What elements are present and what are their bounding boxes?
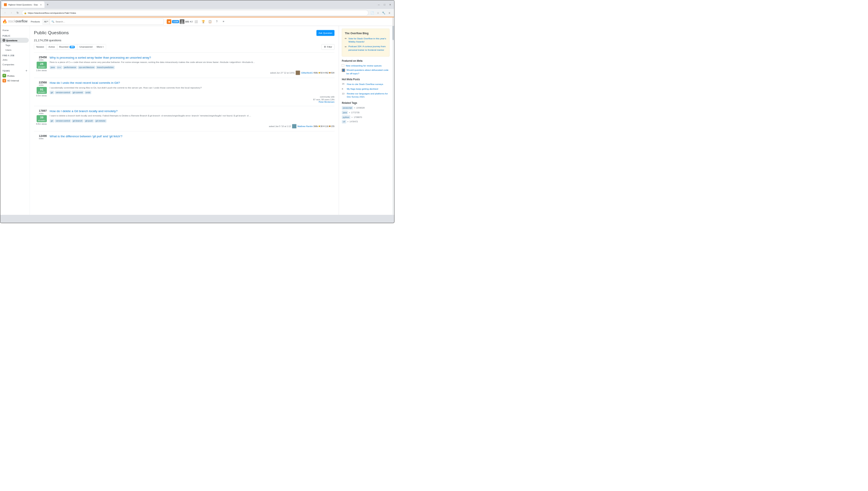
address-bar[interactable]: 🔒 https://stackoverflow.com/questions?ta…: [22, 10, 368, 16]
refresh-button[interactable]: ↻: [15, 10, 20, 15]
tag-git-push[interactable]: git-push: [84, 119, 94, 123]
sidebar-item-users[interactable]: Users: [0, 48, 29, 52]
user-link-1[interactable]: GManNickG: [301, 72, 313, 74]
question-meta-2: community wiki 87 revs, 58 users 13% Pet…: [50, 96, 334, 103]
user-avatar-icon: [180, 19, 184, 24]
user-avatar-3: [292, 124, 296, 128]
browser-tab[interactable]: Highest Voted Questions - Stac ✕: [2, 2, 45, 8]
jobs-label: Jobs: [2, 59, 7, 61]
reviews-button[interactable]: 📋: [207, 18, 213, 24]
tag-git-commit-2[interactable]: git-commit: [72, 91, 84, 94]
sidebar-item-companies[interactable]: Companies: [0, 62, 29, 67]
tag-performance[interactable]: performance: [63, 66, 77, 69]
diamond-button[interactable]: ◆: [167, 19, 171, 24]
hot-meta-link-1[interactable]: How to cite Stack Overflow surveys: [347, 83, 383, 86]
question-title-3[interactable]: How do I delete a Git branch locally and…: [50, 109, 334, 113]
tag-javascript[interactable]: javascript: [342, 106, 353, 110]
products-nav[interactable]: Products: [29, 20, 41, 24]
hot-meta-link-3[interactable]: Review our languages and platforms for D…: [347, 92, 390, 99]
search-filter-select[interactable]: All ▾: [42, 18, 50, 24]
question-tags-1: java c++ performance cpu-architecture br…: [50, 66, 334, 69]
main-menu-button[interactable]: ≡: [221, 18, 226, 24]
new-tab-button[interactable]: +: [45, 2, 50, 7]
forward-button[interactable]: ›: [9, 10, 14, 15]
filter-tab-newest[interactable]: Newest: [34, 44, 46, 50]
question-title-4[interactable]: What is the difference between 'git pull…: [50, 134, 334, 138]
tag-git-3[interactable]: git: [50, 119, 54, 123]
question-title-1[interactable]: Why is processing a sorted array faster …: [50, 55, 334, 59]
reader-mode-button[interactable]: 📄: [370, 10, 375, 15]
chevron-down-icon: ▾: [47, 20, 48, 22]
pencil-icon-1: ✏: [345, 37, 347, 43]
tag-branch-prediction[interactable]: branch-prediction: [96, 66, 115, 69]
address-text: https://stackoverflow.com/questions?tab=…: [28, 11, 366, 14]
so-logo[interactable]: 🔥 stackoverflow: [2, 19, 28, 24]
close-tab-button[interactable]: ✕: [39, 3, 42, 6]
user-link-3[interactable]: Matthew Rankin: [298, 125, 313, 127]
tag-git-2[interactable]: git: [50, 91, 54, 94]
page-scrollbar[interactable]: [392, 26, 394, 215]
filter-button[interactable]: ⚙ Filter: [322, 44, 335, 50]
close-button[interactable]: ✕: [388, 2, 393, 7]
maximize-button[interactable]: □: [382, 2, 387, 7]
sidebar-item-so-internal[interactable]: S SO Internal: [0, 78, 29, 83]
ask-question-button[interactable]: Ask Question: [316, 30, 335, 36]
wiki-user-link-2[interactable]: Peter Mortensen: [319, 101, 335, 103]
achievements-button[interactable]: 🏆: [200, 18, 206, 24]
tag-csharp[interactable]: c#: [342, 120, 346, 124]
meta-checkbox-1: [342, 64, 344, 66]
tag-python[interactable]: python: [342, 115, 350, 119]
hot-meta-num-2: 8: [342, 87, 345, 90]
sidebar-item-tags[interactable]: Tags: [0, 43, 29, 48]
inbox-button[interactable]: ⬜: [193, 18, 199, 24]
blog-link-1[interactable]: Vote for Stack Overflow in this year's W…: [348, 37, 386, 44]
question-tags-2: git version-control git-commit undo: [50, 91, 334, 94]
tag-version-control-2[interactable]: version-control: [55, 91, 71, 94]
help-button[interactable]: ?: [214, 18, 220, 24]
bronze-dot-icon-1: [329, 72, 331, 74]
tag-git-branch[interactable]: git-branch: [72, 119, 83, 123]
question-item-3: 17897 votes 39 answers 8.8m views: [34, 106, 334, 131]
filter-tab-unanswered[interactable]: Unanswered: [77, 44, 95, 50]
hot-meta-link-2[interactable]: My flags keep getting declined: [347, 87, 378, 90]
tag-java-related[interactable]: java: [342, 111, 348, 114]
filter-tab-active[interactable]: Active: [46, 44, 57, 50]
tag-git-remote[interactable]: git-remote: [95, 119, 107, 123]
user-avatar-1: [296, 70, 300, 75]
question-stats-3: 17897 votes 39 answers 8.8m views: [34, 109, 47, 128]
related-tags-list: javascript × 2209028 java × 1772735 pyth…: [342, 106, 389, 124]
menu-button[interactable]: ≡: [387, 10, 392, 15]
search-input[interactable]: [55, 20, 162, 23]
related-tag-csharp: c# × 1476472: [342, 120, 389, 124]
reputation-badge[interactable]: 1328: [172, 20, 179, 23]
meta-link-1[interactable]: New onboarding for review queues: [346, 64, 381, 67]
sidebar-item-pickles[interactable]: P Pickles: [0, 73, 29, 78]
meta-link-2[interactable]: Should questions about obfuscated code b…: [346, 68, 390, 75]
questions-label: Questions: [6, 39, 17, 42]
logo-overflow: overflow: [16, 20, 28, 23]
add-team-button[interactable]: +: [26, 69, 28, 72]
back-button[interactable]: ‹: [2, 10, 7, 15]
blog-link-2[interactable]: Podcast 334: A curious journey from pers…: [348, 45, 386, 52]
filter-tab-more[interactable]: More ▾: [95, 44, 106, 50]
sidebar-item-home[interactable]: Home: [0, 28, 29, 33]
avatar-button[interactable]: [180, 19, 184, 24]
bookmark-button[interactable]: ☆: [375, 10, 381, 15]
settings-button[interactable]: 🔧: [381, 10, 386, 15]
user-rep-display[interactable]: 101 2: [185, 20, 193, 23]
meta-user-icon-2: 👤: [342, 68, 345, 72]
tag-cpp[interactable]: c++: [57, 66, 63, 69]
vote-count-4: 12496 votes: [39, 134, 47, 140]
minimize-button[interactable]: ─: [376, 2, 381, 7]
sidebar-item-questions[interactable]: Questions: [0, 38, 29, 43]
tag-version-control-3[interactable]: version-control: [55, 119, 71, 123]
hot-meta-item-2: 8 My flags keep getting declined: [342, 87, 389, 90]
gold-dot-3: 38: [318, 125, 323, 127]
overflow-blog-section: The Overflow Blog ✏ Vote for Stack Overf…: [342, 29, 389, 57]
tag-undo-2[interactable]: undo: [85, 91, 92, 94]
filter-tab-bountied[interactable]: Bountied 380: [57, 44, 77, 50]
sidebar-item-jobs[interactable]: Jobs: [0, 57, 29, 62]
tag-java[interactable]: java: [50, 66, 55, 69]
tag-cpu-architecture[interactable]: cpu-architecture: [78, 66, 96, 69]
question-title-2[interactable]: How do I undo the most recent local comm…: [50, 81, 334, 85]
